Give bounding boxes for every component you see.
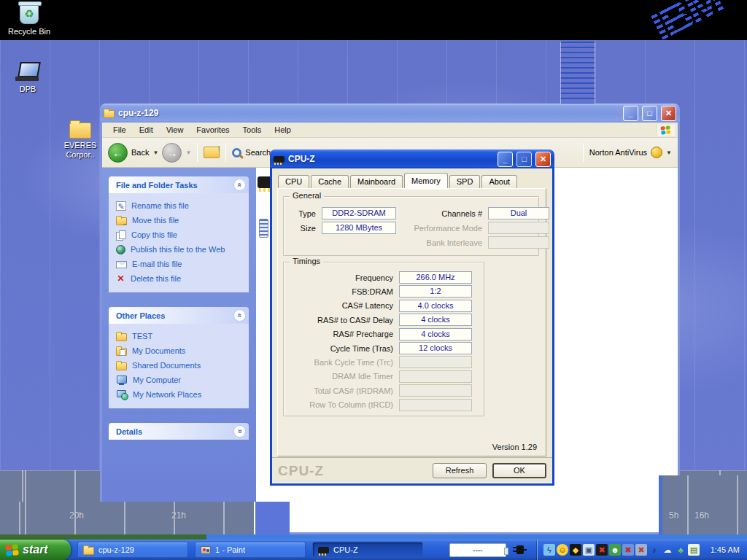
up-button[interactable] [204,147,220,158]
copy-this-file[interactable]: Copy this file [116,228,246,242]
section-title: Other Places [116,311,233,320]
task-paint[interactable]: 1 - Paint [195,542,306,558]
my-network-places[interactable]: My Network Places [116,387,246,402]
field-value: 12 clocks [399,342,472,354]
timezone-label: 16h [694,510,709,521]
field-value: 1:2 [399,285,472,298]
task-cpuz[interactable]: CPU-Z [312,542,423,558]
task-link-label: Publish this file to the Web [131,245,225,254]
ibm-logo: IBM [643,0,729,40]
my-computer[interactable]: My Computer [116,373,246,387]
volume-icon[interactable]: ♪ [649,544,660,556]
my-documents[interactable]: My Documents [116,343,246,358]
tab-strip: CPUCacheMainboardMemorySPDAbout [278,173,517,188]
norton-dropdown[interactable]: ▼ [666,149,672,156]
maximize-button[interactable]: □ [516,152,532,167]
publish-this-file[interactable]: Publish this file to the Web [116,242,246,257]
cpuz-titlebar[interactable]: CPU-Z _ □ ✕ [270,149,554,168]
back-button[interactable]: ← [108,143,128,163]
field-label: RAS# to CAS# Delay [288,316,399,324]
menu-item-edit[interactable]: Edit [133,123,160,136]
field-label: Frequency [288,273,399,282]
desktop-icon-recycle-bin[interactable]: ♻ Recycle Bin [3,4,55,37]
field-label: Channels # [408,209,488,218]
minimize-button[interactable]: _ [498,152,513,167]
rename-this-file[interactable]: ✎Rename this file [116,198,246,213]
tab-about[interactable]: About [481,175,517,188]
removable-media-icon[interactable]: ▤ [688,544,700,556]
start-button[interactable]: start [0,540,71,560]
desktop-icon-label: Recycle Bin [8,27,50,36]
ghost-icon[interactable]: ☁ [662,544,673,556]
field-value [399,384,472,397]
connection-icon[interactable]: ϟ [543,544,555,556]
close-button[interactable]: ✕ [661,106,676,121]
test-folder[interactable]: TEST [116,329,246,343]
forward-button[interactable]: → [162,143,182,163]
desktop-icon-label: DPB [20,85,36,94]
taskbar: start cpu-z-1291 - PaintCPU-Z ---- ϟ☺◆▣✖… [0,540,747,560]
wallpaper-stripes [560,42,595,106]
maximize-button[interactable]: □ [642,106,657,121]
menu-item-help[interactable]: Help [268,123,298,136]
refresh-button[interactable]: Refresh [433,463,487,478]
field-value [399,399,472,411]
folder-doc-icon [116,348,127,356]
tab-mainboard[interactable]: Mainboard [350,175,403,188]
type-value: DDR2-SDRAM [322,207,396,219]
shared-documents[interactable]: Shared Documents [116,358,246,373]
search-label[interactable]: Search [245,148,271,157]
user-alert-icon[interactable]: ☻ [609,544,621,556]
field-label: Bank Cycle Time (Trc) [288,358,399,367]
network-status-icon[interactable]: ▣ [583,544,595,556]
collapse-chevron-icon[interactable]: « [233,179,246,191]
section-header[interactable]: Other Places « [109,307,249,324]
taskbar-clock: 1:45 AM [711,545,740,554]
expand-chevron-icon[interactable]: « [233,425,246,438]
task-cpu-z-129[interactable]: cpu-z-129 [77,542,188,558]
minimize-button[interactable]: _ [623,106,638,121]
sprout-icon[interactable]: ♣ [675,544,686,556]
support-agent-icon[interactable]: ☺ [557,544,568,556]
move-this-file[interactable]: Move this file [116,213,246,228]
no-signal-icon[interactable]: ✖ [596,544,608,556]
fsb-dram-row: FSB:DRAM1:2 [288,285,472,298]
file-icon[interactable] [259,219,268,238]
tab-memory[interactable]: Memory [404,173,448,188]
back-dropdown[interactable]: ▼ [152,149,158,156]
section-header[interactable]: File and Folder Tasks « [109,176,249,193]
section-header[interactable]: Details « [109,423,249,440]
ok-button[interactable]: OK [492,463,546,478]
menu-item-view[interactable]: View [160,123,190,136]
field-value [399,356,472,368]
norton-antivirus-control[interactable]: Norton AntiVirus ▼ [581,143,672,162]
wallpaper-bottom-left: 20h21h [0,502,254,534]
menu-item-file[interactable]: File [107,123,133,136]
blocked-pc-icon[interactable]: ✖ [622,544,634,556]
task-link-label: Shared Documents [132,361,201,370]
collapse-chevron-icon[interactable]: « [233,309,246,322]
desktop-icon-label: EVERES Corpor.. [61,141,99,160]
tab-cpu[interactable]: CPU [278,175,309,188]
explorer-titlebar[interactable]: cpu-z-129 _ □ ✕ [100,104,680,122]
window-title: cpu-z-129 [118,108,619,118]
search-icon [232,148,241,158]
cpuz-dialog: CPU-Z _ □ ✕ CPUCacheMainboardMemorySPDAb… [270,149,554,486]
network-icon [116,390,128,400]
delete-this-file[interactable]: ✕Delete this file [116,271,246,286]
menu-item-favorites[interactable]: Favorites [190,123,236,136]
close-button[interactable]: ✕ [535,152,551,167]
desktop-icon-dpb[interactable]: DPB [1,62,54,95]
folder-icon [69,122,91,139]
menu-item-tools[interactable]: Tools [236,123,268,136]
network-off-icon[interactable]: ✖ [635,544,647,556]
version-label: Version 1.29 [492,443,537,451]
tab-spd[interactable]: SPD [449,175,481,188]
norton-email-icon[interactable]: ◆ [570,544,581,556]
tab-cache[interactable]: Cache [311,175,349,188]
desktop-icon-everes[interactable]: EVERES Corpor.. [58,122,102,160]
email-this-file[interactable]: E-mail this file [116,257,246,271]
forward-dropdown[interactable]: ▼ [185,149,191,156]
folder-icon [116,362,127,370]
field-value: 4 clocks [399,314,472,326]
